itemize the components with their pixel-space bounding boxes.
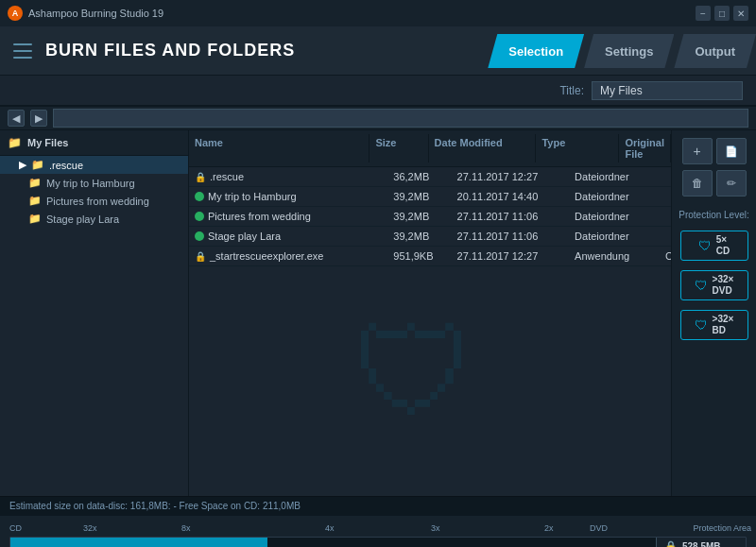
- action-buttons-row: 🗑 ✏: [682, 170, 747, 197]
- remove-button[interactable]: 🗑: [682, 170, 713, 197]
- marker-32x: 32x: [83, 523, 97, 533]
- disc-bar-container: CD 32x 8x 4x 3x 2x DVD Protection Area 🔒…: [0, 515, 756, 547]
- page-title: BURN FILES AND FOLDERS: [45, 41, 295, 60]
- tree-item-rescue[interactable]: ▶ 📁 .rescue: [0, 156, 188, 174]
- cell-name: Pictures from wedding: [189, 209, 387, 224]
- cell-size: 39,2MB: [387, 209, 451, 224]
- maximize-button[interactable]: □: [714, 6, 730, 21]
- cell-orig: [660, 214, 671, 218]
- marker-3x: 3x: [431, 523, 440, 533]
- prot-bd-badge[interactable]: 🛡 >32× BD: [680, 310, 748, 340]
- col-header-orig[interactable]: Original File: [619, 134, 671, 162]
- protection-level-label: Protection Level:: [679, 210, 749, 221]
- tab-selection[interactable]: Selection: [488, 34, 584, 68]
- col-header-name[interactable]: Name: [189, 134, 369, 162]
- cd-label: CD: [9, 523, 22, 533]
- folder-icon: 📁: [28, 177, 42, 189]
- add-folder-button[interactable]: +: [682, 138, 713, 164]
- col-header-date[interactable]: Date Modified: [429, 134, 537, 162]
- lock-icon: 🔒: [195, 251, 206, 262]
- cell-orig: [660, 234, 671, 238]
- folder-icon: 📁: [31, 159, 44, 171]
- shield-icon: 🛡: [695, 317, 708, 333]
- table-row[interactable]: Stage play Lara 39,2MB 27.11.2017 11:06 …: [189, 227, 671, 247]
- left-panel-title: My Files: [27, 137, 68, 148]
- prot-size: 528.5MB: [682, 541, 721, 548]
- minimize-button[interactable]: −: [696, 6, 711, 21]
- cell-name: 🔒 .rescue: [189, 169, 387, 184]
- menu-icon[interactable]: [13, 43, 32, 59]
- file-rows: 🔒 .rescue 36,2MB 27.11.2017 12:27 Dateio…: [189, 167, 671, 496]
- app-title: Ashampoo Burning Studio 19: [28, 8, 163, 19]
- cell-orig: [660, 175, 671, 179]
- cell-type: Dateiordner: [569, 189, 660, 204]
- add-file-button[interactable]: 📄: [716, 138, 747, 164]
- path-input[interactable]: [53, 109, 748, 128]
- title-input[interactable]: [592, 81, 743, 100]
- cell-size: 951,9KB: [387, 248, 451, 264]
- file-panel: Name Size Date Modified Type Original Fi…: [189, 130, 671, 496]
- app-icon: A: [8, 6, 23, 21]
- title-label: Title:: [559, 84, 584, 97]
- left-panel: 📁 My Files ▶ 📁 .rescue 📁 My trip to Hamb…: [0, 130, 189, 496]
- lock-icon: 🔒: [664, 540, 678, 548]
- prot-bd-text: >32× BD: [713, 314, 734, 336]
- cell-orig: [660, 195, 671, 198]
- shield-icon: 🛡: [695, 278, 708, 293]
- title-row: Title:: [0, 76, 756, 106]
- disc-bar-track: 🔒 528.5MB: [9, 537, 747, 547]
- cell-date: 27.11.2017 12:27: [452, 169, 570, 184]
- cell-type: Anwendung: [569, 248, 660, 264]
- app-header: BURN FILES AND FOLDERS Selection Setting…: [0, 26, 756, 76]
- file-table-header: Name Size Date Modified Type Original Fi…: [189, 130, 671, 167]
- left-panel-header: 📁 My Files: [0, 130, 188, 156]
- tree-item-wedding[interactable]: 📁 Pictures from wedding: [0, 192, 188, 210]
- prot-dvd-badge[interactable]: 🛡 >32× DVD: [680, 270, 748, 300]
- path-forward-button[interactable]: ▶: [30, 110, 47, 127]
- status-dot: [195, 212, 204, 221]
- window-controls: − □ ✕: [696, 6, 748, 21]
- cell-date: 20.11.2017 14:40: [452, 189, 570, 204]
- nav-tabs: Selection Settings Output: [488, 26, 756, 76]
- title-bar-left: A Ashampoo Burning Studio 19: [8, 6, 163, 21]
- prot-cd-text: 5× CD: [716, 234, 730, 257]
- tree-item-hamburg[interactable]: 📁 My trip to Hamburg: [0, 174, 188, 192]
- status-dot: [195, 192, 204, 201]
- cell-type: Dateiordner: [569, 169, 660, 184]
- prot-cd-badge[interactable]: 🛡 5× CD: [680, 231, 748, 261]
- expand-icon: ▶: [19, 159, 26, 171]
- tab-settings[interactable]: Settings: [584, 34, 674, 68]
- table-row[interactable]: 🔒 _startrescueexplorer.exe 951,9KB 27.11…: [189, 247, 671, 266]
- cell-name: Stage play Lara: [189, 229, 387, 244]
- add-buttons-row: + 📄: [682, 138, 747, 164]
- main-area: 📁 My Files ▶ 📁 .rescue 📁 My trip to Hamb…: [0, 130, 756, 496]
- folder-icon: 📁: [28, 195, 42, 207]
- col-header-type[interactable]: Type: [536, 134, 619, 162]
- marker-8x: 8x: [181, 523, 191, 533]
- table-row[interactable]: Pictures from wedding 39,2MB 27.11.2017 …: [189, 207, 671, 227]
- col-header-size[interactable]: Size: [369, 134, 428, 162]
- rename-button[interactable]: ✏: [716, 170, 747, 197]
- path-back-button[interactable]: ◀: [8, 110, 25, 127]
- cell-type: Dateiordner: [569, 209, 660, 224]
- lock-icon: 🔒: [195, 172, 206, 182]
- marker-4x: 4x: [325, 523, 335, 533]
- folder-icon: 📁: [28, 213, 42, 225]
- cell-size: 36,2MB: [387, 169, 451, 184]
- status-bar: Estimated size on data-disc: 161,8MB: - …: [0, 496, 756, 515]
- disc-bar-fill: [10, 538, 267, 547]
- cell-name: My trip to Hamburg: [189, 189, 387, 204]
- prot-dvd-text: >32× DVD: [713, 274, 734, 297]
- tree-item-stage[interactable]: 📁 Stage play Lara: [0, 210, 188, 228]
- prot-area-label: Protection Area: [693, 523, 751, 533]
- close-button[interactable]: ✕: [733, 6, 748, 21]
- prot-area-badge: 🔒 528.5MB: [656, 538, 746, 547]
- cell-date: 27.11.2017 11:06: [452, 229, 570, 244]
- marker-2x: 2x: [544, 523, 554, 533]
- status-dot: [195, 231, 204, 241]
- table-row[interactable]: 🔒 .rescue 36,2MB 27.11.2017 12:27 Dateio…: [189, 167, 671, 187]
- tab-output[interactable]: Output: [674, 34, 756, 68]
- cell-date: 27.11.2017 12:27: [452, 248, 570, 264]
- table-row[interactable]: My trip to Hamburg 39,2MB 20.11.2017 14:…: [189, 187, 671, 207]
- cell-type: Dateiordner: [569, 229, 660, 244]
